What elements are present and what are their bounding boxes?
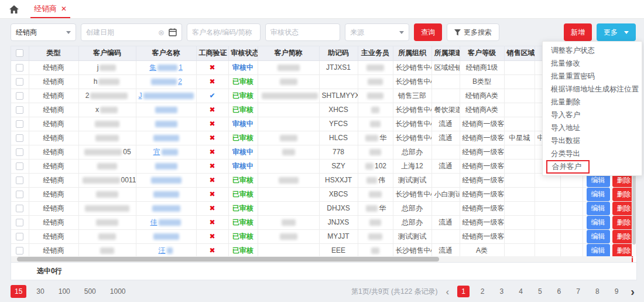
edit-button[interactable]: 编辑	[587, 202, 610, 215]
customer-name-link[interactable]	[152, 232, 180, 240]
close-tab-icon[interactable]: ✕	[61, 5, 67, 13]
customer-name-link[interactable]	[154, 106, 179, 114]
delete-button[interactable]: 删除	[612, 244, 633, 257]
customer-name-link[interactable]: 汪	[159, 246, 174, 255]
customer-name-link[interactable]	[151, 204, 181, 212]
menu-item[interactable]: 批量修改	[543, 57, 642, 70]
search-button[interactable]: 查询	[414, 23, 442, 41]
menu-item[interactable]: 调整客户状态	[543, 44, 642, 57]
select-all-checkbox[interactable]	[16, 49, 23, 57]
page-number[interactable]: 5	[534, 286, 546, 297]
customer-name-link[interactable]: 集1	[149, 63, 183, 72]
source-select-placeholder: 来源	[350, 28, 364, 38]
cell-text	[84, 204, 131, 212]
row-checkbox[interactable]	[16, 233, 23, 240]
page-number[interactable]: 6	[553, 286, 566, 297]
page-number[interactable]: 2	[477, 286, 489, 297]
next-page-button[interactable]: ›	[631, 286, 635, 297]
page-size-option[interactable]: 30	[32, 285, 48, 298]
page-number[interactable]: 4	[515, 286, 527, 297]
menu-item[interactable]: 导入地址	[543, 121, 642, 134]
page-number[interactable]: 3	[496, 286, 508, 297]
page-number[interactable]: 7	[572, 286, 584, 297]
menu-item[interactable]: 分类导出	[543, 147, 642, 160]
menu-item[interactable]: 导入客户	[543, 108, 642, 121]
customer-name-link[interactable]: 2	[150, 77, 182, 86]
home-icon[interactable]	[9, 1, 19, 18]
table-row: 经销商✖已审核DHJXS华总部办经销商一级客户编辑删除	[11, 201, 633, 215]
redacted-text	[100, 247, 114, 254]
source-select[interactable]: 来源	[345, 23, 409, 41]
page-number[interactable]: 9	[611, 286, 623, 297]
row-checkbox[interactable]	[16, 191, 23, 198]
page-size-option[interactable]: 1000	[106, 285, 130, 298]
delete-button[interactable]: 删除	[612, 202, 633, 215]
customer-name-link[interactable]	[152, 134, 180, 142]
cell-text: j	[97, 63, 118, 72]
customer-name-cell: 集1	[136, 60, 196, 74]
customer-name-link[interactable]: J	[139, 91, 195, 100]
clear-date-icon[interactable]: ⊗	[158, 28, 165, 37]
row-checkbox[interactable]	[16, 78, 23, 86]
sales-region-cell	[504, 145, 535, 159]
edit-button[interactable]: 编辑	[587, 230, 610, 243]
customer-name-link[interactable]: 佳	[150, 218, 182, 226]
edit-button[interactable]: 编辑	[587, 216, 610, 229]
redacted-text	[366, 65, 384, 71]
short-name-cell	[258, 201, 319, 215]
customer-name-link[interactable]	[154, 120, 179, 128]
row-checkbox[interactable]	[16, 205, 23, 212]
page-size-option[interactable]: 100	[54, 285, 74, 298]
row-checkbox[interactable]	[16, 219, 23, 226]
type-select[interactable]: 经销商	[11, 23, 76, 41]
more-actions-button[interactable]: 更多	[597, 23, 636, 41]
create-date-input[interactable]	[81, 23, 170, 41]
audit-status-input[interactable]	[265, 23, 340, 41]
menu-item[interactable]: 导出数据	[543, 134, 642, 147]
grade-cell: 经销商一级客户	[460, 145, 504, 159]
menu-item[interactable]: 批量删除	[543, 96, 642, 108]
cell-text	[278, 176, 300, 184]
redacted-text	[282, 219, 296, 226]
menu-item-merge-customers[interactable]: 合并客户	[543, 160, 642, 173]
row-checkbox[interactable]	[16, 92, 23, 100]
tab-dealer[interactable]: 经销商 ✕	[30, 1, 70, 18]
edit-button[interactable]: 编辑	[587, 188, 610, 201]
customer-name-link[interactable]	[154, 162, 179, 170]
row-checkbox[interactable]	[16, 106, 23, 114]
page-size-option[interactable]: 500	[80, 285, 100, 298]
page-number[interactable]: 1	[457, 286, 470, 297]
row-checkbox[interactable]	[16, 134, 23, 142]
row-checkbox[interactable]	[16, 64, 23, 72]
page-size-option[interactable]: 15	[11, 285, 26, 298]
delete-button[interactable]: 删除	[612, 230, 633, 243]
prev-page-button[interactable]: ‹	[446, 287, 449, 297]
customer-name-link[interactable]	[150, 176, 183, 184]
row-checkbox[interactable]	[16, 247, 23, 255]
status-badge: 审核中	[232, 120, 254, 128]
row-checkbox[interactable]	[16, 177, 23, 184]
row-checkbox[interactable]	[16, 120, 23, 128]
delete-button[interactable]: 删除	[612, 188, 633, 201]
row-checkbox[interactable]	[16, 162, 23, 170]
keyword-input[interactable]	[187, 23, 261, 41]
customer-name-link[interactable]: 宜	[153, 148, 179, 156]
delete-button[interactable]: 删除	[612, 216, 633, 229]
menu-item[interactable]: 根据详细地址生成标注位置	[543, 83, 642, 96]
menu-item-label: 批量重置密码	[551, 72, 595, 80]
more-search-button[interactable]: 更多搜索	[447, 23, 499, 41]
row-checkbox[interactable]	[16, 148, 23, 156]
menu-item[interactable]: 批量重置密码	[543, 70, 642, 83]
channel-cell: 流通	[431, 243, 460, 257]
add-button[interactable]: 新增	[564, 23, 592, 41]
redacted-text	[85, 205, 129, 212]
cell-text: XHCS	[328, 106, 348, 114]
customer-name-link[interactable]	[152, 190, 180, 198]
table-header-row: 类型客户编码客户名称工商验证审核状态客户简称助记码主业务员所属组织所属渠道客户等…	[11, 46, 633, 60]
edit-button[interactable]: 编辑	[587, 244, 610, 257]
calendar-button[interactable]	[165, 23, 182, 41]
horizontal-scrollbar-thumb[interactable]	[17, 257, 439, 262]
customer-code-cell	[78, 159, 136, 173]
page-number[interactable]: 8	[591, 286, 604, 297]
not-verified-icon: ✖	[209, 190, 215, 198]
